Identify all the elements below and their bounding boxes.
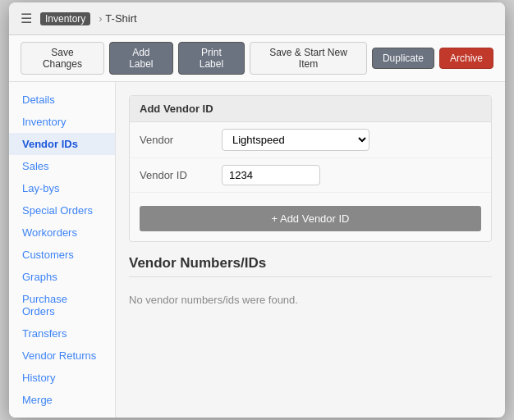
vendor-label: Vendor — [140, 134, 222, 146]
content-area: DetailsInventoryVendor IDsSalesLay-bysSp… — [9, 82, 505, 418]
toolbar: Save Changes Add Label Print Label Save … — [9, 35, 505, 82]
vendor-id-label: Vendor ID — [140, 169, 222, 181]
add-vendor-id-button[interactable]: + Add Vendor ID — [140, 206, 481, 231]
sidebar-item-workorders[interactable]: Workorders — [9, 221, 115, 244]
sidebar-item-sales[interactable]: Sales — [9, 155, 115, 177]
duplicate-button[interactable]: Duplicate — [372, 48, 434, 69]
main-window: ☰ Inventory › T-Shirt Save Changes Add L… — [9, 2, 505, 418]
breadcrumb-current: T-Shirt — [105, 12, 136, 25]
breadcrumb-separator: › — [99, 12, 102, 25]
main-content: Add Vendor ID Vendor Lightspeed Other Ve… — [116, 82, 505, 418]
sidebar-item-inventory[interactable]: Inventory — [9, 111, 115, 133]
vendor-id-value — [222, 165, 481, 185]
sidebar-item-merge[interactable]: Merge — [9, 389, 115, 411]
breadcrumb: › T-Shirt — [99, 12, 136, 25]
add-label-button[interactable]: Add Label — [109, 42, 173, 75]
sidebar-item-details[interactable]: Details — [9, 89, 115, 111]
archive-button[interactable]: Archive — [439, 48, 493, 69]
menu-icon[interactable]: ☰ — [21, 11, 32, 26]
add-vendor-id-title: Add Vendor ID — [130, 96, 491, 122]
sidebar-item-special-orders[interactable]: Special Orders — [9, 199, 115, 221]
sidebar-item-transfers[interactable]: Transfers — [9, 322, 115, 345]
save-start-new-button[interactable]: Save & Start New Item — [250, 42, 367, 75]
vendor-id-row: Vendor ID — [130, 158, 491, 193]
sidebar-item-vendor-returns[interactable]: Vendor Returns — [9, 345, 115, 367]
inventory-tag: Inventory — [40, 12, 90, 25]
sidebar-item-customers[interactable]: Customers — [9, 244, 115, 266]
add-vendor-id-section: Add Vendor ID Vendor Lightspeed Other Ve… — [129, 95, 492, 242]
sidebar-item-history[interactable]: History — [9, 367, 115, 389]
sidebar-item-lay-bys[interactable]: Lay-bys — [9, 177, 115, 199]
sidebar-item-graphs[interactable]: Graphs — [9, 266, 115, 288]
sidebar-item-purchase-orders[interactable]: Purchase Orders — [9, 288, 115, 322]
print-label-button[interactable]: Print Label — [178, 42, 245, 75]
vendor-numbers-title: Vendor Numbers/IDs — [129, 255, 492, 277]
sidebar: DetailsInventoryVendor IDsSalesLay-bysSp… — [9, 82, 116, 418]
sidebar-item-vendor-ids[interactable]: Vendor IDs — [9, 133, 115, 155]
vendor-id-input[interactable] — [222, 165, 320, 185]
vendor-select[interactable]: Lightspeed Other Vendor — [222, 129, 369, 151]
vendor-value: Lightspeed Other Vendor — [222, 129, 481, 151]
titlebar: ☰ Inventory › T-Shirt — [9, 2, 505, 35]
vendor-row: Vendor Lightspeed Other Vendor — [130, 122, 491, 158]
add-vendor-btn-row: + Add Vendor ID — [130, 193, 491, 241]
save-changes-button[interactable]: Save Changes — [21, 42, 104, 75]
vendor-numbers-section: Vendor Numbers/IDs No vendor numbers/ids… — [129, 255, 492, 316]
vendor-numbers-empty: No vendor numbers/ids were found. — [129, 284, 492, 316]
